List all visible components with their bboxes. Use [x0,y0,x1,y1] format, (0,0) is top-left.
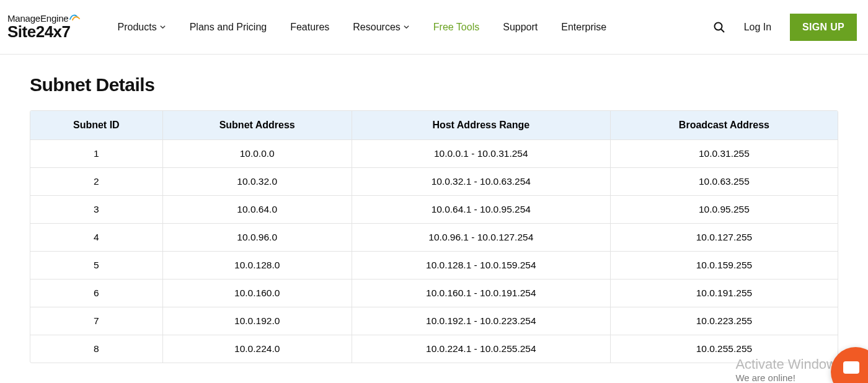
cell-addr: 10.0.64.0 [163,195,352,223]
logo[interactable]: ManageEngine Site24x7 [7,13,81,42]
search-icon[interactable] [713,21,725,33]
table-row: 210.0.32.010.0.32.1 - 10.0.63.25410.0.63… [30,167,838,195]
chevron-down-icon [403,24,410,30]
col-header-broadcast: Broadcast Address [611,111,838,139]
cell-bcast: 10.0.159.255 [611,251,838,279]
col-header-host-range: Host Address Range [352,111,611,139]
col-header-subnet-address: Subnet Address [163,111,352,139]
cell-addr: 10.0.96.0 [163,223,352,251]
cell-range: 10.0.160.1 - 10.0.191.254 [352,279,611,307]
cell-range: 10.0.128.1 - 10.0.159.254 [352,251,611,279]
site-header: ManageEngine Site24x7 Products Plans and… [0,0,868,55]
cell-bcast: 10.0.127.255 [611,223,838,251]
cell-addr: 10.0.160.0 [163,279,352,307]
cell-addr: 10.0.128.0 [163,251,352,279]
cell-id: 7 [30,307,163,335]
table-header-row: Subnet ID Subnet Address Host Address Ra… [30,111,838,139]
table-row: 810.0.224.010.0.224.1 - 10.0.255.25410.0… [30,335,838,363]
cell-bcast: 10.0.31.255 [611,139,838,167]
nav-resources-label: Resources [353,22,400,33]
table-row: 610.0.160.010.0.160.1 - 10.0.191.25410.0… [30,279,838,307]
header-right: Log In SIGN UP [713,14,857,41]
cell-id: 1 [30,139,163,167]
cell-id: 2 [30,167,163,195]
table-row: 510.0.128.010.0.128.1 - 10.0.159.25410.0… [30,251,838,279]
nav-plans[interactable]: Plans and Pricing [190,22,267,33]
main-content: Subnet Details Subnet ID Subnet Address … [0,55,868,363]
cell-range: 10.0.0.1 - 10.0.31.254 [352,139,611,167]
cell-bcast: 10.0.63.255 [611,167,838,195]
cell-addr: 10.0.0.0 [163,139,352,167]
cell-id: 3 [30,195,163,223]
cell-range: 10.0.192.1 - 10.0.223.254 [352,307,611,335]
signup-button[interactable]: SIGN UP [790,14,857,41]
cell-bcast: 10.0.191.255 [611,279,838,307]
cell-range: 10.0.32.1 - 10.0.63.254 [352,167,611,195]
cell-range: 10.0.64.1 - 10.0.95.254 [352,195,611,223]
table-row: 310.0.64.010.0.64.1 - 10.0.95.25410.0.95… [30,195,838,223]
cell-id: 4 [30,223,163,251]
nav-support[interactable]: Support [503,22,538,33]
cell-addr: 10.0.32.0 [163,167,352,195]
top-nav: Products Plans and Pricing Features Reso… [118,22,607,33]
watermark-line2: We are online! [735,372,843,383]
svg-line-1 [721,29,724,32]
chevron-down-icon [159,24,166,30]
table-row: 110.0.0.010.0.0.1 - 10.0.31.25410.0.31.2… [30,139,838,167]
cell-bcast: 10.0.255.255 [611,335,838,363]
table-row: 410.0.96.010.0.96.1 - 10.0.127.25410.0.1… [30,223,838,251]
table-row: 710.0.192.010.0.192.1 - 10.0.223.25410.0… [30,307,838,335]
nav-features[interactable]: Features [290,22,329,33]
swirl-icon [69,13,81,24]
cell-addr: 10.0.224.0 [163,335,352,363]
col-header-subnet-id: Subnet ID [30,111,163,139]
chat-icon [843,361,859,374]
login-link[interactable]: Log In [744,22,771,33]
page-title: Subnet Details [30,74,838,95]
svg-point-0 [714,22,722,30]
cell-id: 5 [30,251,163,279]
cell-range: 10.0.96.1 - 10.0.127.254 [352,223,611,251]
cell-id: 6 [30,279,163,307]
subnet-table: Subnet ID Subnet Address Host Address Ra… [30,110,838,363]
nav-resources[interactable]: Resources [353,22,409,33]
nav-enterprise[interactable]: Enterprise [561,22,606,33]
cell-id: 8 [30,335,163,363]
cell-bcast: 10.0.223.255 [611,307,838,335]
nav-free-tools[interactable]: Free Tools [433,22,479,33]
nav-products[interactable]: Products [118,22,166,33]
brand-parent-label: ManageEngine [7,13,81,24]
brand-product-label: Site24x7 [7,22,81,42]
nav-products-label: Products [118,22,157,33]
cell-range: 10.0.224.1 - 10.0.255.254 [352,335,611,363]
cell-addr: 10.0.192.0 [163,307,352,335]
cell-bcast: 10.0.95.255 [611,195,838,223]
